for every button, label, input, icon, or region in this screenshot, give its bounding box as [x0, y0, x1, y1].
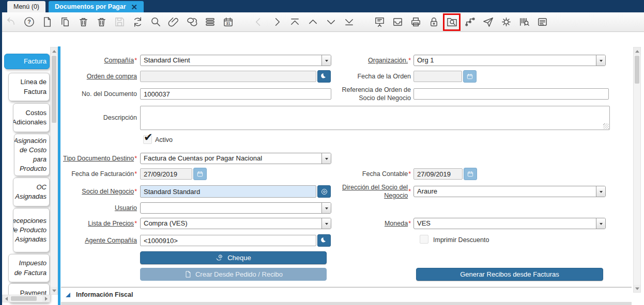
- sidebar-tab-oc-asignadas[interactable]: OC Asignadas: [13, 178, 50, 206]
- fecha-facturacion-calendar-button[interactable]: [193, 168, 207, 180]
- chevron-down-icon[interactable]: [321, 55, 331, 66]
- chevron-down-icon[interactable]: [321, 153, 331, 164]
- crear-desde-pedido-button[interactable]: Crear Desde Pedido / Recibo: [140, 268, 327, 281]
- tipo-documento-value[interactable]: Factura de Cuentas por Pagar Nacional: [141, 153, 321, 164]
- compania-value[interactable]: Standard Client: [141, 55, 321, 66]
- sidebar-tab-linea-de-factura[interactable]: Línea de Factura: [8, 73, 50, 101]
- window-left-edge: [0, 12, 2, 305]
- organizacion-value[interactable]: Org 1: [414, 55, 596, 66]
- referencia-input[interactable]: [413, 88, 609, 100]
- scroll-up-icon[interactable]: [634, 47, 640, 55]
- refresh-icon[interactable]: [131, 16, 144, 28]
- send-mail-icon[interactable]: [482, 16, 494, 28]
- scrollbar-thumb[interactable]: [11, 296, 37, 301]
- generar-recibos-button[interactable]: Generar Recibos desde Facturas: [416, 268, 603, 281]
- scroll-down-icon[interactable]: [51, 287, 57, 294]
- socio-negocio-info-button[interactable]: [317, 185, 331, 198]
- fecha-facturacion-label: Fecha de Facturación*: [57, 168, 137, 180]
- tab-menu[interactable]: Menú (0): [7, 1, 45, 12]
- next-record-icon[interactable]: [325, 16, 337, 28]
- first-record-icon[interactable]: [288, 16, 301, 28]
- group-divider: [61, 287, 632, 287]
- scroll-up-icon[interactable]: [51, 47, 57, 55]
- report-icon[interactable]: [373, 16, 386, 28]
- chevron-down-icon[interactable]: [321, 203, 331, 213]
- agente-compania-input[interactable]: <1000910>: [140, 235, 316, 246]
- fecha-orden-calendar-button[interactable]: [463, 70, 477, 83]
- svg-text:?: ?: [27, 19, 30, 25]
- moneda-combo[interactable]: VES: [413, 218, 606, 229]
- attachment-icon[interactable]: [167, 16, 180, 28]
- lista-precios-combo[interactable]: Compra (VES): [140, 218, 331, 229]
- fecha-contable-input[interactable]: 27/09/2019: [413, 168, 463, 180]
- fecha-orden-input[interactable]: [413, 71, 462, 82]
- compania-combo[interactable]: Standard Client: [140, 55, 331, 66]
- scroll-down-icon[interactable]: [634, 285, 640, 292]
- orden-compra-input[interactable]: [140, 71, 316, 82]
- close-tab-icon[interactable]: ✕: [131, 3, 138, 11]
- window-tabbar: Menú (0) Documentos por Pagar ✕: [0, 0, 644, 12]
- tipo-documento-combo[interactable]: Factura de Cuentas por Pagar Nacional: [140, 153, 331, 164]
- tab-documentos-por-pagar[interactable]: Documentos por Pagar ✕: [49, 1, 144, 12]
- sidebar-tab-factura[interactable]: Factura: [4, 54, 50, 69]
- scrollbar-thumb[interactable]: [635, 56, 639, 84]
- chevron-down-icon[interactable]: [596, 186, 605, 197]
- save-icon[interactable]: [113, 16, 126, 28]
- grid-toggle-icon[interactable]: [204, 16, 216, 28]
- no-documento-input[interactable]: 1000037: [140, 88, 331, 100]
- copy-record-icon[interactable]: [59, 16, 71, 28]
- workflow-icon[interactable]: [464, 16, 476, 28]
- fecha-contable-calendar-button[interactable]: [464, 168, 477, 180]
- sidebar-tab-recepciones-producto[interactable]: Recepciones de Producto Asignadas: [13, 208, 50, 252]
- cheque-button[interactable]: Cheque: [140, 251, 327, 264]
- calendar-icon[interactable]: 31: [222, 16, 234, 28]
- moneda-value[interactable]: VES: [414, 218, 596, 229]
- main-scrollbar[interactable]: [633, 47, 641, 293]
- agente-compania-search-button[interactable]: [317, 234, 331, 247]
- print-icon[interactable]: [409, 16, 422, 28]
- lock-icon[interactable]: [427, 16, 440, 28]
- sidebar-tab-impuesto-de-factura[interactable]: Impuesto de Factura: [8, 254, 50, 282]
- sidebar-horizontal-scrollbar[interactable]: [2, 295, 50, 302]
- lista-precios-value[interactable]: Compra (VES): [141, 218, 321, 229]
- previous-record-icon[interactable]: [306, 16, 319, 28]
- direccion-socio-value[interactable]: Araure: [414, 186, 596, 197]
- last-record-icon[interactable]: [343, 16, 355, 28]
- fecha-facturacion-input[interactable]: 27/09/2019: [140, 168, 192, 180]
- scrollbar-thumb[interactable]: [52, 56, 56, 123]
- chevron-down-icon[interactable]: [321, 218, 331, 229]
- imprimir-descuento-checkbox[interactable]: [420, 235, 428, 244]
- direccion-socio-combo[interactable]: Araure: [413, 186, 606, 197]
- process-icon[interactable]: [500, 16, 512, 28]
- detail-record-icon[interactable]: [270, 16, 283, 28]
- sidebar-tab-costos-adicionales[interactable]: Costos Adicionales: [13, 103, 50, 132]
- group-informacion-fiscal[interactable]: Información Fiscal: [66, 291, 133, 298]
- chat-icon[interactable]: [186, 16, 198, 28]
- usuario-value[interactable]: [141, 203, 321, 213]
- usuario-combo[interactable]: [140, 202, 331, 214]
- new-record-icon[interactable]: [41, 16, 53, 28]
- help-icon[interactable]: ?: [23, 16, 35, 28]
- product-info-icon[interactable]: [446, 16, 458, 28]
- scroll-left-icon[interactable]: [3, 295, 10, 302]
- chevron-down-icon[interactable]: [596, 218, 605, 229]
- parent-record-icon[interactable]: [252, 16, 265, 28]
- collapse-triangle-icon[interactable]: [66, 293, 70, 297]
- archive-documents-icon[interactable]: [391, 16, 404, 28]
- undo-icon[interactable]: [5, 16, 17, 28]
- delete-selection-icon[interactable]: [95, 16, 108, 28]
- payment-icon: [216, 254, 224, 262]
- delete-record-icon[interactable]: [77, 16, 89, 28]
- descripcion-label: Descripción: [62, 106, 137, 130]
- organizacion-combo[interactable]: Org 1: [413, 55, 606, 66]
- socio-negocio-input[interactable]: Standard Standard: [140, 185, 316, 198]
- print-preview-icon[interactable]: [536, 16, 548, 28]
- sidebar-tab-asignacion-de-costo[interactable]: Asignación de Costo para Producto: [14, 134, 50, 176]
- find-icon[interactable]: [149, 16, 162, 28]
- scroll-right-icon[interactable]: [42, 295, 50, 302]
- activo-checkbox[interactable]: [143, 135, 152, 144]
- check-barcode-icon[interactable]: [518, 16, 530, 28]
- descripcion-textarea[interactable]: [140, 106, 610, 130]
- orden-compra-search-button[interactable]: [317, 70, 331, 83]
- chevron-down-icon[interactable]: [596, 55, 605, 66]
